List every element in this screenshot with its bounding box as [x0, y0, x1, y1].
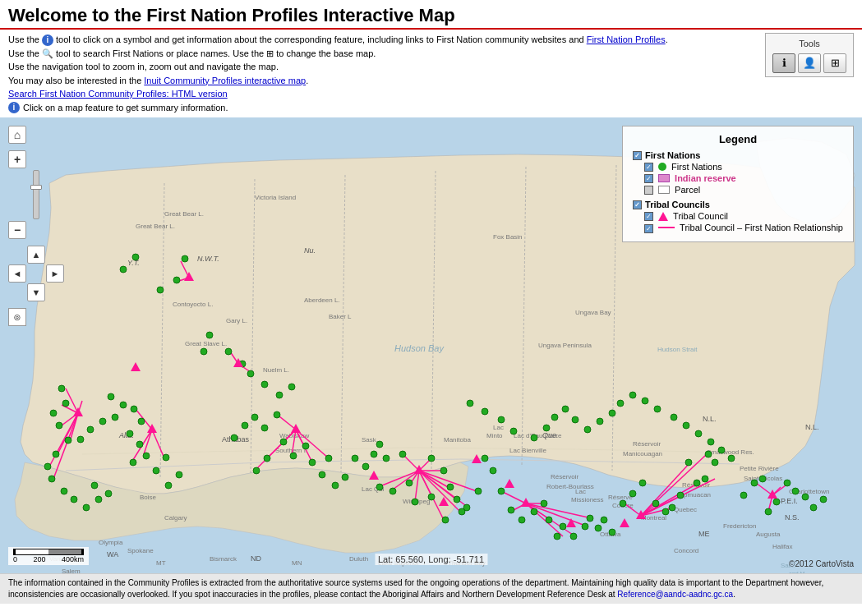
tribal-councils-checkbox[interactable]	[633, 200, 642, 209]
scale-label-200: 200	[33, 555, 45, 563]
zoom-out-button[interactable]: −	[8, 221, 26, 239]
search-tool-button[interactable]: 👤	[798, 53, 821, 73]
svg-point-226	[694, 480, 700, 486]
svg-text:Robert-Bourlass: Robert-Bourlass	[546, 483, 594, 490]
svg-text:Concord: Concord	[674, 547, 698, 554]
svg-point-171	[251, 414, 258, 421]
tribal-relationship-checkbox[interactable]	[644, 224, 653, 233]
indian-reserve-checkbox[interactable]	[644, 174, 653, 183]
svg-point-201	[442, 517, 449, 523]
click-info-line: i Click on a map feature to get summary …	[8, 101, 854, 115]
parcel-symbol	[658, 186, 670, 194]
svg-text:Nu.: Nu.	[304, 246, 316, 255]
svg-point-271	[683, 422, 689, 429]
svg-point-250	[247, 370, 254, 377]
parcel-checkbox[interactable]	[644, 186, 653, 195]
svg-point-242	[132, 254, 139, 260]
svg-point-140	[62, 400, 69, 407]
svg-text:Smallwood Res.: Smallwood Res.	[707, 448, 754, 456]
svg-point-164	[130, 459, 136, 466]
svg-point-197	[412, 499, 418, 505]
svg-point-265	[609, 410, 615, 416]
svg-text:Fredericton: Fredericton	[723, 522, 756, 530]
svg-point-272	[695, 430, 702, 437]
reference-email-link[interactable]: Reference@aandc-aadnc.gc.ca	[617, 590, 733, 599]
svg-point-225	[677, 492, 684, 499]
svg-point-243	[182, 255, 188, 262]
svg-point-195	[447, 484, 454, 490]
scale-label-400: 400km	[62, 555, 84, 563]
info-panel: Tools ℹ 👤 ⊞ Use the i tool to click on a…	[0, 30, 862, 117]
map-container[interactable]: Y.T. N.W.T. Contoyocto L. Nu. Alta. Atha…	[0, 117, 862, 573]
svg-point-273	[708, 439, 714, 445]
svg-point-275	[728, 455, 735, 462]
svg-point-223	[662, 508, 669, 515]
svg-point-221	[639, 480, 646, 486]
svg-point-196	[428, 494, 435, 500]
pan-up-button[interactable]: ▲	[27, 246, 45, 264]
svg-point-190	[390, 488, 396, 494]
svg-point-170	[242, 422, 248, 429]
svg-point-155	[99, 418, 106, 425]
legend-title: Legend	[633, 133, 843, 145]
tribal-council-item-checkbox[interactable]	[644, 212, 653, 221]
svg-point-167	[165, 482, 172, 489]
basemap-tool-button[interactable]: ⊞	[823, 53, 846, 73]
svg-point-189	[376, 484, 383, 490]
pan-down-button[interactable]: ▼	[27, 283, 45, 301]
search-html-link[interactable]: Search First Nation Community Profiles: …	[8, 89, 228, 99]
svg-point-219	[620, 500, 626, 507]
zoom-in-button[interactable]: +	[8, 150, 26, 168]
zoom-slider[interactable]	[33, 170, 39, 219]
info-tool-button[interactable]: ℹ	[772, 53, 795, 73]
svg-point-258	[531, 434, 537, 441]
navigation-cross: ▲ ◄ ► ▼	[8, 246, 64, 301]
svg-point-172	[261, 425, 268, 431]
first-nations-checkbox[interactable]	[633, 151, 642, 160]
svg-text:Baker L: Baker L	[329, 313, 352, 320]
svg-point-254	[467, 400, 473, 407]
svg-text:N.W.T.: N.W.T.	[197, 255, 219, 263]
svg-text:ND: ND	[251, 554, 261, 563]
svg-point-212	[560, 523, 566, 530]
svg-point-179	[253, 467, 260, 474]
svg-point-205	[498, 488, 505, 494]
first-nations-item-checkbox[interactable]	[644, 163, 653, 172]
inuit-profiles-link[interactable]: Inuit Community Profiles interactive map	[144, 76, 306, 85]
svg-point-158	[108, 393, 114, 400]
footer: The information contained in the Communi…	[0, 573, 862, 604]
svg-point-268	[642, 398, 648, 404]
svg-point-143	[65, 437, 71, 444]
svg-point-186	[371, 451, 377, 457]
tribal-relationship-symbol	[658, 227, 675, 228]
svg-point-180	[325, 455, 332, 462]
svg-text:Fox Basin: Fox Basin	[493, 233, 523, 241]
svg-point-166	[153, 467, 159, 474]
svg-point-208	[531, 508, 537, 515]
svg-point-185	[362, 463, 369, 470]
first-nation-profiles-link[interactable]: First Nation Profiles	[587, 34, 666, 44]
svg-point-154	[87, 426, 94, 433]
info-line-4: You may also be interested in the Inuit …	[8, 74, 854, 88]
svg-point-240	[820, 496, 827, 503]
svg-point-241	[120, 266, 127, 273]
svg-point-220	[629, 490, 636, 497]
home-button[interactable]: ⌂	[8, 126, 26, 144]
svg-point-255	[482, 408, 488, 415]
overview-button[interactable]: ◎	[8, 308, 26, 326]
svg-point-146	[48, 476, 55, 482]
pan-left-button[interactable]: ◄	[8, 264, 26, 283]
svg-point-235	[773, 499, 780, 505]
zoom-slider-thumb	[30, 185, 42, 190]
legend-tribal-councils-header: Tribal Councils	[633, 200, 843, 209]
svg-point-157	[120, 402, 127, 408]
svg-point-218	[609, 529, 615, 536]
svg-point-206	[508, 507, 514, 513]
svg-text:Gary L.: Gary L.	[226, 317, 247, 324]
pan-right-button[interactable]: ►	[46, 264, 64, 283]
svg-point-263	[584, 426, 591, 433]
svg-text:Petite Rivière: Petite Rivière	[740, 465, 779, 472]
svg-point-181	[319, 471, 325, 478]
svg-point-227	[702, 476, 708, 482]
svg-point-145	[44, 463, 51, 470]
